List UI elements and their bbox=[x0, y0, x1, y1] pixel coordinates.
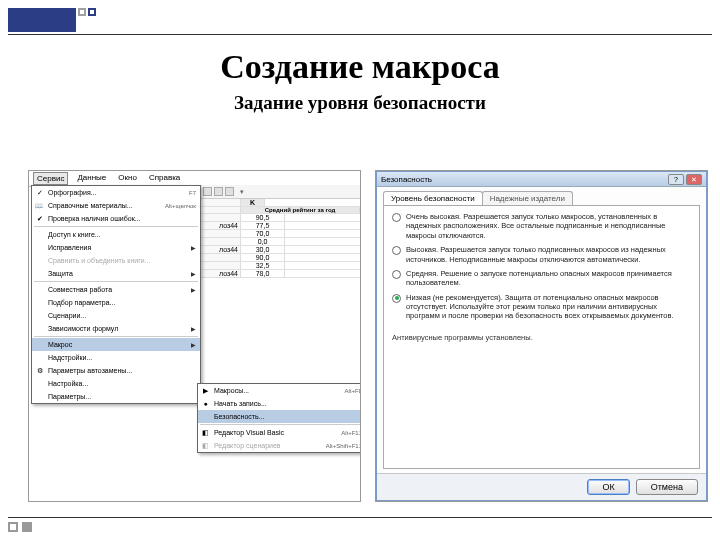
submenu-accel: Alt+Shift+F11 bbox=[326, 443, 361, 449]
sheet-row[interactable]: лоз4430,0 bbox=[201, 246, 360, 254]
menu-window[interactable]: Окно bbox=[115, 172, 140, 185]
slide-deco-sq1 bbox=[8, 522, 18, 532]
cell-value: 90,5 bbox=[241, 214, 285, 221]
help-button[interactable]: ? bbox=[668, 174, 684, 185]
menu-item[interactable]: 📖Справочные материалы...Alt+щелчок bbox=[32, 199, 200, 212]
radio-icon[interactable] bbox=[392, 270, 401, 279]
menu-icon bbox=[34, 284, 45, 295]
sheet-row[interactable]: 70,0 bbox=[201, 230, 360, 238]
submenu-item[interactable]: ▶Макросы...Alt+F8 bbox=[198, 384, 361, 397]
radio-icon[interactable] bbox=[392, 213, 401, 222]
submenu-icon: ◧ bbox=[200, 440, 211, 451]
submenu-label: Начать запись... bbox=[214, 400, 361, 407]
cell-value: 78,0 bbox=[241, 270, 285, 277]
cell-label bbox=[201, 262, 241, 269]
menu-icon bbox=[34, 391, 45, 402]
sheet-row[interactable]: 32,5 bbox=[201, 262, 360, 270]
radio-label: Очень высокая. Разрешается запуск только… bbox=[406, 212, 691, 240]
cell-label bbox=[201, 214, 241, 221]
menu-item[interactable]: Зависимости формул▶ bbox=[32, 322, 200, 335]
menu-label: Параметры... bbox=[48, 393, 196, 400]
submenu-label: Макросы... bbox=[214, 387, 344, 394]
cell-value: 70,0 bbox=[241, 230, 285, 237]
close-button[interactable]: ✕ bbox=[686, 174, 702, 185]
sheet-row[interactable]: 0,0 bbox=[201, 238, 360, 246]
sheet-toolbar: ▾ bbox=[201, 185, 360, 199]
menu-icon: ✔ bbox=[34, 213, 45, 224]
security-option-1[interactable]: Высокая. Разрешается запуск только подпи… bbox=[392, 245, 691, 264]
submenu-item: ◧Редактор сценариевAlt+Shift+F11 bbox=[198, 439, 361, 452]
menu-item[interactable]: Сценарии... bbox=[32, 309, 200, 322]
menu-data[interactable]: Данные bbox=[74, 172, 109, 185]
menu-service[interactable]: Сервис bbox=[33, 172, 68, 185]
security-option-0[interactable]: Очень высокая. Разрешается запуск только… bbox=[392, 212, 691, 240]
menu-item[interactable]: Подбор параметра... bbox=[32, 296, 200, 309]
menu-item: Сравнить и объединить книги... bbox=[32, 254, 200, 267]
submenu-icon: ● bbox=[200, 398, 211, 409]
menu-icon bbox=[34, 255, 45, 266]
menu-accel: Alt+щелчок bbox=[165, 203, 196, 209]
ok-button[interactable]: ОК bbox=[587, 479, 629, 495]
bold-icon[interactable] bbox=[203, 187, 212, 196]
spreadsheet-area: ▾ K Средний рейтинг за год 90,5лоз4477,5… bbox=[201, 185, 360, 501]
security-option-2[interactable]: Средняя. Решение о запуске потенциально … bbox=[392, 269, 691, 288]
menu-item[interactable]: ⚙Параметры автозамены... bbox=[32, 364, 200, 377]
submenu-item[interactable]: ◧Редактор Visual BasicAlt+F11 bbox=[198, 426, 361, 439]
slide-deco bbox=[8, 8, 96, 32]
radio-icon[interactable] bbox=[392, 294, 401, 303]
cell-value: 0,0 bbox=[241, 238, 285, 245]
menu-item[interactable]: ✔Проверка наличия ошибок... bbox=[32, 212, 200, 225]
menu-item[interactable]: Настройка... bbox=[32, 377, 200, 390]
submenu-icon: ◧ bbox=[200, 427, 211, 438]
menu-label: Сценарии... bbox=[48, 312, 196, 319]
slide-top-rule bbox=[8, 34, 712, 35]
menu-item[interactable]: Надстройки... bbox=[32, 351, 200, 364]
menu-help[interactable]: Справка bbox=[146, 172, 183, 185]
menu-item[interactable]: ✓Орфография...F7 bbox=[32, 186, 200, 199]
slide-title: Создание макроса bbox=[0, 48, 720, 86]
menu-label: Доступ к книге... bbox=[48, 231, 196, 238]
menu-item[interactable]: Защита▶ bbox=[32, 267, 200, 280]
underline-icon[interactable] bbox=[225, 187, 234, 196]
cancel-button[interactable]: Отмена bbox=[636, 479, 698, 495]
menu-label: Настройка... bbox=[48, 380, 196, 387]
menu-icon bbox=[34, 339, 45, 350]
menu-item[interactable]: Параметры... bbox=[32, 390, 200, 403]
service-menu: ✓Орфография...F7📖Справочные материалы...… bbox=[31, 185, 201, 404]
tab-trusted-publishers[interactable]: Надежные издатели bbox=[482, 191, 573, 205]
menu-label: Подбор параметра... bbox=[48, 299, 196, 306]
menu-item[interactable]: Исправления▶ bbox=[32, 241, 200, 254]
sheet-row[interactable]: 90,0 bbox=[201, 254, 360, 262]
menu-icon bbox=[34, 297, 45, 308]
dialog-title: Безопасность bbox=[381, 175, 432, 184]
menu-icon: ✓ bbox=[34, 187, 45, 198]
menu-icon bbox=[34, 323, 45, 334]
menu-accel: F7 bbox=[189, 190, 196, 196]
menu-item[interactable]: Совместная работа▶ bbox=[32, 283, 200, 296]
cell-label: лоз44 bbox=[201, 222, 241, 229]
sheet-row[interactable]: лоз4478,0 bbox=[201, 270, 360, 278]
sheet-row[interactable]: 90,5 bbox=[201, 214, 360, 222]
menu-icon bbox=[34, 268, 45, 279]
col-header-k[interactable]: K bbox=[241, 199, 265, 206]
menu-item[interactable]: Макрос▶ bbox=[32, 338, 200, 351]
submenu-item[interactable]: Безопасность... bbox=[198, 410, 361, 423]
italic-icon[interactable] bbox=[214, 187, 223, 196]
security-option-3[interactable]: Низкая (не рекомендуется). Защита от пот… bbox=[392, 293, 691, 321]
radio-label: Низкая (не рекомендуется). Защита от пот… bbox=[406, 293, 691, 321]
menu-label: Сравнить и объединить книги... bbox=[48, 257, 196, 264]
cell-value: 32,5 bbox=[241, 262, 285, 269]
radio-icon[interactable] bbox=[392, 246, 401, 255]
menu-item[interactable]: Доступ к книге... bbox=[32, 228, 200, 241]
submenu-label: Редактор Visual Basic bbox=[214, 429, 341, 436]
col-header-label: Средний рейтинг за год bbox=[241, 207, 360, 213]
submenu-accel: Alt+F8 bbox=[344, 388, 361, 394]
macro-submenu: ▶Макросы...Alt+F8●Начать запись...Безопа… bbox=[197, 383, 361, 453]
submenu-item[interactable]: ●Начать запись... bbox=[198, 397, 361, 410]
menu-label: Совместная работа bbox=[48, 286, 191, 293]
tab-security-level[interactable]: Уровень безопасности bbox=[383, 191, 483, 205]
sheet-row[interactable]: лоз4477,5 bbox=[201, 222, 360, 230]
cell-label bbox=[201, 254, 241, 261]
menu-label: Параметры автозамены... bbox=[48, 367, 196, 374]
submenu-arrow-icon: ▶ bbox=[191, 286, 196, 293]
